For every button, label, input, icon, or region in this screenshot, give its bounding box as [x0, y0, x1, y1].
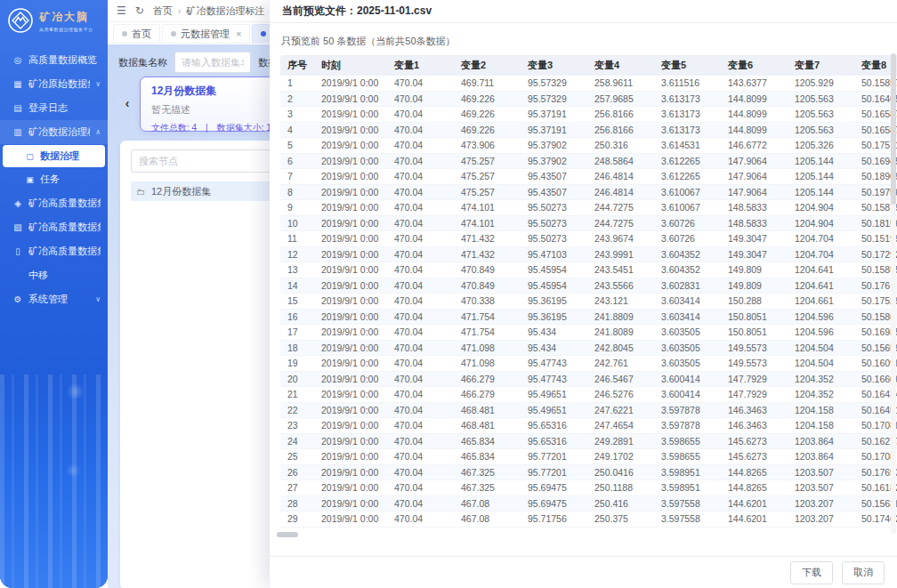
table-cell: 6: [280, 154, 314, 169]
table-cell: 250.316: [587, 138, 654, 153]
table-cell: 95.47103: [521, 247, 587, 262]
table-cell: 3.613173: [654, 92, 721, 107]
tab-label: 首页: [132, 28, 151, 41]
table-cell: 250.416: [587, 496, 654, 511]
table-row: 232019/9/1 0:00470.04468.48195.65316247.…: [280, 418, 897, 434]
sidebar-item[interactable]: ▥矿冶数据治理标注∧: [0, 120, 108, 144]
table-cell: 95.69475: [521, 480, 587, 495]
table-cell: 95.77201: [521, 449, 587, 464]
table-cell: 469.226: [454, 107, 521, 122]
table-cell: 3.598655: [654, 449, 721, 464]
dataset-icon: ◈: [12, 198, 23, 208]
table-cell: 14: [280, 278, 314, 294]
table-cell: 2019/9/1 0:00: [314, 511, 387, 527]
table-cell: 3.602831: [654, 278, 721, 294]
table-cell: 250.0416: [587, 465, 654, 480]
table-cell: 22: [280, 403, 314, 418]
sidebar-item[interactable]: ◈矿冶高质量数据集: [0, 191, 108, 215]
table-cell: 3.598951: [654, 465, 721, 480]
table-cell: 95.69475: [521, 496, 587, 511]
table-cell: 2: [280, 92, 314, 107]
table-cell: 470.849: [454, 262, 521, 278]
table-cell: 2019/9/1 0:00: [314, 294, 387, 309]
tab-元数据管理[interactable]: 元数据管理×: [162, 24, 250, 43]
sidebar-subitem[interactable]: ▣任务: [0, 168, 108, 190]
table-row: 82019/9/1 0:00470.04475.25795.43507246.4…: [280, 185, 897, 201]
table-cell: 144.8265: [721, 480, 788, 495]
table-header-cell: 变量4: [587, 55, 654, 76]
table-cell: 3.603414: [654, 310, 721, 325]
collapse-panel-button[interactable]: ‹: [120, 93, 134, 113]
table-cell: 470.04: [387, 434, 454, 449]
vertical-scrollbar-track[interactable]: [891, 53, 896, 534]
table-cell: 2019/9/1 0:00: [314, 325, 387, 340]
table-cell: 258.9611: [587, 76, 654, 91]
table-cell: 1205.144: [788, 185, 854, 200]
sidebar-subitem[interactable]: ▢数据治理: [3, 145, 105, 167]
table-row: 72019/9/1 0:00470.04475.25795.43507246.4…: [280, 169, 897, 185]
table-cell: 95.47743: [521, 356, 587, 371]
table-cell: 244.7275: [587, 200, 654, 215]
sidebar-item[interactable]: ▧矿冶高质量数据集发布: [0, 215, 108, 239]
table-row: 122019/9/1 0:00470.04471.43295.47103243.…: [280, 247, 897, 263]
table-row: 182019/9/1 0:00470.04471.09895.434242.80…: [280, 341, 897, 357]
table-cell: 95.50273: [521, 216, 587, 231]
breadcrumb-item[interactable]: 矿冶数据治理标注: [187, 4, 274, 18]
preview-drawer: 当前预览文件：2025-11-01.csv 只预览前 50 条数据（当前共50条…: [270, 0, 897, 588]
table-cell: 3.600414: [654, 372, 721, 387]
table-row: 292019/9/1 0:00470.04467.0895.71756250.3…: [280, 511, 897, 528]
table-cell: 467.325: [454, 465, 521, 480]
sidebar-item-label: 高质量数据概览: [28, 53, 101, 67]
tab-首页[interactable]: 首页: [113, 24, 160, 43]
breadcrumb-item[interactable]: 首页: [153, 4, 182, 18]
table-cell: 95.71756: [521, 511, 587, 527]
table-cell: 470.849: [454, 278, 521, 294]
table-cell: 2019/9/1 0:00: [314, 262, 387, 278]
table-row: 42019/9/1 0:00470.04469.22695.37191256.8…: [280, 123, 897, 139]
download-button[interactable]: 下载: [790, 561, 833, 584]
table-cell: 471.432: [454, 231, 521, 246]
table-cell: 95.36195: [521, 310, 587, 325]
dataset-name-label: 数据集名称: [118, 56, 167, 69]
tab-close-icon[interactable]: ×: [236, 28, 241, 39]
table-cell: 24: [280, 434, 314, 449]
table-cell: 95.50273: [521, 231, 587, 246]
preview-table-body: 12019/9/1 0:00470.04469.71195.57329258.9…: [280, 76, 897, 528]
table-cell: 3.600414: [654, 387, 721, 402]
table-cell: 470.04: [387, 511, 454, 527]
table-cell: 2019/9/1 0:00: [314, 138, 387, 153]
table-cell: 470.04: [387, 278, 454, 294]
table-cell: 470.04: [387, 76, 454, 91]
table-cell: 470.04: [387, 496, 454, 511]
table-cell: 2019/9/1 0:00: [314, 76, 387, 91]
sidebar-item[interactable]: ◎高质量数据概览: [0, 48, 108, 72]
table-cell: 13: [280, 262, 314, 278]
table-cell: 3.603505: [654, 341, 721, 356]
sidebar-item[interactable]: ▦矿冶原始数据集成∨: [0, 72, 108, 96]
table-row: 202019/9/1 0:00470.04466.27995.47743246.…: [280, 372, 897, 388]
table-cell: 2019/9/1 0:00: [314, 434, 387, 449]
sidebar-item[interactable]: ▤登录日志: [0, 96, 108, 120]
sidebar-item[interactable]: ▯矿冶高质量数据集管理: [0, 239, 108, 263]
integration-icon: ▦: [12, 79, 23, 89]
dataset-name-input[interactable]: [174, 52, 251, 73]
table-cell: 1205.144: [788, 154, 854, 169]
vertical-scrollbar-thumb[interactable]: [891, 53, 896, 205]
task-icon: ▣: [25, 175, 35, 184]
sidebar-item[interactable]: 中移: [0, 263, 108, 287]
publish-icon: ▧: [12, 222, 23, 232]
table-cell: 3.597558: [654, 496, 721, 511]
table-cell: 471.098: [454, 356, 521, 371]
cancel-button[interactable]: 取消: [842, 561, 885, 584]
horizontal-scrollbar[interactable]: [277, 532, 298, 537]
table-cell: 144.8099: [721, 92, 788, 107]
table-header-cell: 变量1: [387, 55, 454, 76]
table-cell: 470.04: [387, 356, 454, 371]
refresh-icon[interactable]: ↻: [135, 4, 144, 17]
table-cell: 465.834: [454, 434, 521, 449]
sidebar-menu: ◎高质量数据概览▦矿冶原始数据集成∨▤登录日志▥矿冶数据治理标注∧▢数据治理▣任…: [0, 43, 108, 311]
sidebar-item[interactable]: ⚙系统管理∨: [0, 287, 108, 311]
table-cell: 1204.704: [788, 231, 854, 246]
table-cell: 471.754: [454, 325, 521, 340]
collapse-sidebar-icon[interactable]: ☰: [117, 4, 126, 17]
